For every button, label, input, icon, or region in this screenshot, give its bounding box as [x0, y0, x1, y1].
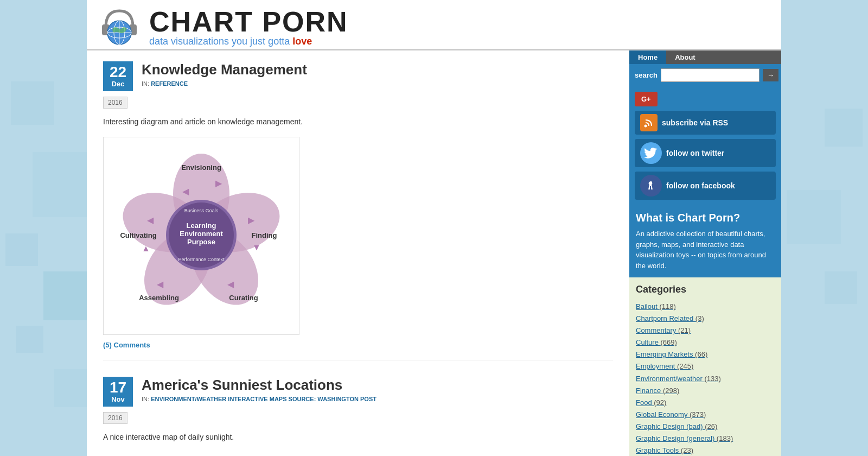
logo: CHART PORN data visualizations you just …	[98, 5, 348, 49]
category-link[interactable]: Bailout (118)	[636, 301, 775, 313]
category-link[interactable]: Emerging Markets (66)	[636, 349, 775, 360]
post-1-excerpt: Interesting diagram and article on knowl…	[103, 117, 613, 126]
categories-title: Categories	[636, 284, 775, 295]
rss-icon	[640, 114, 658, 131]
post-1-title: Knowledge Management	[142, 61, 307, 78]
post-1: 22 Dec Knowledge Management IN: REFERENC…	[103, 61, 613, 360]
main-content: 22 Dec Knowledge Management IN: REFERENC…	[87, 50, 629, 456]
sidebar: Home About search → G+	[629, 50, 781, 456]
svg-text:Curating: Curating	[229, 294, 258, 302]
category-link[interactable]: Global Economy (373)	[636, 409, 775, 421]
post-2-cat-env[interactable]: ENVIRONMENT/WEATHER	[151, 396, 226, 402]
search-button[interactable]: →	[763, 69, 778, 81]
categories-list: Bailout (118)Chartporn Related (3)Commen…	[636, 301, 775, 456]
post-2-year: 2016	[103, 412, 613, 428]
category-link[interactable]: Graphic Design (general) (183)	[636, 433, 775, 445]
rss-button[interactable]: subscribe via RSS	[635, 111, 776, 135]
svg-text:Performance Context: Performance Context	[178, 257, 225, 262]
svg-text:▶: ▶	[215, 179, 222, 188]
site-subtitle: data visualizations you just gotta love	[149, 36, 348, 47]
search-bar: search →	[629, 64, 781, 86]
post-2-categories: IN: ENVIRONMENT/WEATHER INTERACTIVE MAPS…	[142, 396, 376, 402]
svg-text:Envisioning: Envisioning	[181, 163, 221, 172]
twitter-icon	[640, 142, 662, 164]
post-2-excerpt: A nice interactive map of daily sunlight…	[103, 433, 613, 441]
rss-label: subscribe via RSS	[662, 118, 728, 127]
category-link[interactable]: Chartporn Related (3)	[636, 313, 775, 325]
svg-text:▲: ▲	[142, 244, 150, 253]
sidebar-social: G+ subscribe via RSS	[629, 86, 781, 205]
svg-point-34	[650, 181, 652, 183]
svg-point-32	[644, 125, 647, 128]
post-2-header: 17 Nov America's Sunniest Locations IN: …	[103, 377, 613, 407]
svg-text:▼: ▼	[252, 243, 261, 252]
post-1-image: Learning Environment Purpose Business Go…	[103, 137, 299, 335]
site-title-block: CHART PORN data visualizations you just …	[149, 8, 348, 47]
post-2-title-block: America's Sunniest Locations IN: ENVIRON…	[142, 377, 376, 402]
gplus-btn[interactable]: G+	[635, 92, 658, 106]
svg-text:◀: ◀	[182, 187, 189, 196]
post-1-cat-link[interactable]: REFERENCE	[151, 80, 188, 87]
category-link[interactable]: Environment/weather (133)	[636, 373, 775, 385]
category-link[interactable]: Finance (298)	[636, 385, 775, 397]
svg-text:Environment: Environment	[180, 230, 223, 238]
svg-text:◀: ◀	[147, 216, 154, 225]
google-plus-button[interactable]: G+	[635, 92, 776, 106]
post-1-comments[interactable]: (5) Comments	[103, 340, 613, 349]
category-link[interactable]: Culture (669)	[636, 337, 775, 349]
search-input[interactable]	[661, 68, 760, 82]
search-label: search	[635, 71, 658, 79]
what-is-section: What is Chart Porn? An addictive collect…	[629, 205, 781, 277]
twitter-button[interactable]: follow on twitter	[635, 139, 776, 167]
categories-section: Categories Bailout (118)Chartporn Relate…	[629, 277, 781, 456]
post-1-year: 2016	[103, 97, 613, 113]
svg-text:◀: ◀	[157, 280, 164, 289]
what-is-title: What is Chart Porn?	[636, 212, 775, 224]
facebook-icon	[640, 175, 662, 197]
facebook-label: follow on facebook	[666, 181, 735, 190]
site-title: CHART PORN	[149, 8, 348, 36]
post-1-header: 22 Dec Knowledge Management IN: REFERENC…	[103, 61, 613, 91]
post-2-month: Nov	[108, 395, 127, 403]
category-link[interactable]: Graphic Design (bad) (26)	[636, 421, 775, 433]
facebook-button[interactable]: follow on facebook	[635, 172, 776, 200]
svg-text:Business Goals: Business Goals	[184, 208, 219, 213]
nav-about[interactable]: About	[666, 50, 704, 64]
svg-text:▶: ▶	[248, 216, 255, 225]
category-link[interactable]: Food (92)	[636, 397, 775, 409]
post-2-cat-int[interactable]: INTERACTIVE	[228, 396, 267, 402]
flower-diagram: Learning Environment Purpose Business Go…	[109, 143, 293, 327]
svg-text:Assembling: Assembling	[139, 294, 179, 302]
post-1-title-block: Knowledge Management IN: REFERENCE	[142, 61, 307, 87]
post-1-categories: IN: REFERENCE	[142, 80, 307, 87]
post-1-day: 22	[108, 65, 127, 80]
twitter-label: follow on twitter	[666, 149, 724, 157]
svg-text:Cultivating: Cultivating	[120, 231, 156, 239]
post-2-cat-maps[interactable]: MAPS	[270, 396, 287, 402]
svg-text:Finding: Finding	[252, 231, 277, 239]
post-2: 17 Nov America's Sunniest Locations IN: …	[103, 377, 613, 456]
post-1-date-box: 22 Dec	[103, 61, 133, 91]
logo-icon	[98, 5, 141, 49]
category-link[interactable]: Employment (245)	[636, 360, 775, 372]
post-2-cat-src[interactable]: SOURCE: WASHINGTON POST	[289, 396, 376, 402]
svg-text:Purpose: Purpose	[187, 238, 215, 246]
site-header: CHART PORN data visualizations you just …	[87, 0, 781, 50]
post-2-title: America's Sunniest Locations	[142, 377, 376, 394]
nav-home[interactable]: Home	[629, 50, 666, 64]
category-link[interactable]: Graphic Tools (23)	[636, 445, 775, 456]
category-link[interactable]: Commentary (21)	[636, 325, 775, 337]
svg-text:Learning: Learning	[187, 221, 216, 230]
post-1-month: Dec	[108, 80, 127, 88]
post-2-day: 17	[108, 380, 127, 395]
top-nav: Home About	[629, 50, 781, 64]
post-2-date-box: 17 Nov	[103, 377, 133, 407]
svg-text:◀: ◀	[227, 280, 234, 289]
what-is-text: An addictive collection of beautiful cha…	[636, 229, 775, 271]
